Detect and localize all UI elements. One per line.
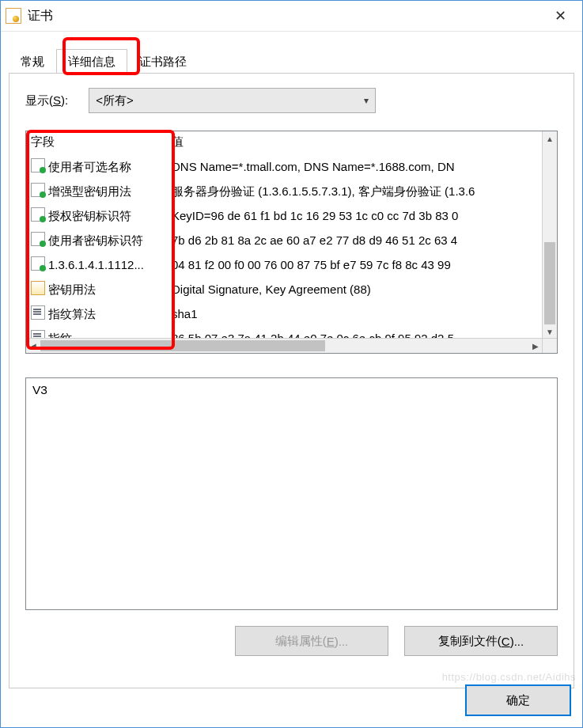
doc-icon	[31, 305, 45, 320]
field-value: sha1	[172, 303, 552, 324]
tab-cert-path[interactable]: 证书路径	[127, 49, 199, 74]
ext-icon	[31, 158, 45, 173]
fields-listview[interactable]: 字段 值 使用者可选名称DNS Name=*.tmall.com, DNS Na…	[25, 131, 558, 354]
field-name: 密钥用法	[48, 282, 96, 296]
button-row: 编辑属性(E)... 复制到文件(C)...	[25, 626, 558, 656]
chevron-down-icon: ▾	[364, 95, 369, 106]
titlebar: 证书 ✕	[1, 1, 582, 32]
vertical-scrollbar[interactable]: ▲ ▼	[542, 131, 557, 339]
tab-panel-details: 显示(S): <所有> ▾ 字段 值 使用者可选名称DNS Name=*.tma…	[9, 73, 574, 688]
window-title: 证书	[28, 8, 543, 25]
table-row[interactable]: 增强型密钥用法服务器身份验证 (1.3.6.1.5.5.7.3.1), 客户端身…	[26, 179, 557, 203]
close-button[interactable]: ✕	[543, 1, 577, 31]
table-row[interactable]: 指纹算法sha1	[26, 301, 557, 326]
field-value: KeyID=96 de 61 f1 bd 1c 16 29 53 1c c0 c…	[172, 205, 552, 226]
show-select-value: <所有>	[96, 93, 134, 108]
table-row[interactable]: 使用者密钥标识符7b d6 2b 81 8a 2c ae 60 a7 e2 77…	[26, 228, 557, 252]
dialog-footer: 确定	[465, 684, 571, 716]
ext-icon	[31, 232, 45, 246]
field-name: 使用者可选名称	[48, 160, 131, 173]
list-body: 使用者可选名称DNS Name=*.tmall.com, DNS Name=*.…	[26, 154, 557, 353]
ok-button[interactable]: 确定	[465, 684, 571, 716]
show-row: 显示(S): <所有> ▾	[25, 88, 558, 113]
table-row[interactable]: 1.3.6.1.4.1.1112...04 81 f2 00 f0 00 76 …	[26, 252, 557, 277]
edit-properties-button: 编辑属性(E)...	[235, 626, 388, 656]
tab-general[interactable]: 常规	[9, 49, 56, 74]
table-row[interactable]: 授权密钥标识符KeyID=96 de 61 f1 bd 1c 16 29 53 …	[26, 203, 557, 228]
detail-textbox[interactable]: V3	[25, 377, 558, 610]
field-value: Digital Signature, Key Agreement (88)	[172, 279, 552, 300]
ext-icon	[31, 207, 45, 222]
field-name: 指纹算法	[48, 307, 96, 320]
table-row[interactable]: 使用者可选名称DNS Name=*.tmall.com, DNS Name=*.…	[26, 154, 557, 179]
field-value: 7b d6 2b 81 8a 2c ae 60 a7 e2 77 d8 d9 4…	[172, 229, 552, 251]
hscroll-thumb[interactable]	[40, 340, 325, 351]
copy-to-file-button[interactable]: 复制到文件(C)...	[404, 626, 558, 656]
show-select[interactable]: <所有> ▾	[89, 88, 376, 113]
watermark: https://blog.csdn.net/Aidihs	[442, 671, 576, 683]
ext-icon	[31, 256, 45, 271]
detail-value: V3	[32, 383, 47, 396]
field-name: 增强型密钥用法	[48, 184, 131, 198]
col-header-value[interactable]: 值	[172, 135, 552, 150]
certificate-dialog: 证书 ✕ 常规 详细信息 证书路径 显示(S): <所有> ▾ 字段 值 使用者…	[0, 0, 583, 728]
field-name: 使用者密钥标识符	[48, 233, 143, 247]
scroll-corner	[542, 338, 557, 353]
ext-icon	[31, 183, 45, 197]
tabstrip: 常规 详细信息 证书路径	[1, 32, 582, 73]
horizontal-scrollbar[interactable]: ◀ ▶	[26, 338, 557, 353]
field-name: 1.3.6.1.4.1.1112...	[48, 258, 144, 271]
field-value: 服务器身份验证 (1.3.6.1.5.5.7.3.1), 客户端身份验证 (1.…	[172, 180, 552, 202]
list-header: 字段 值	[26, 131, 557, 154]
scroll-right-icon[interactable]: ▶	[528, 339, 543, 353]
field-value: DNS Name=*.tmall.com, DNS Name=*.1688.co…	[172, 156, 552, 177]
scroll-up-icon[interactable]: ▲	[543, 131, 557, 146]
key-icon	[31, 281, 45, 295]
field-name: 授权密钥标识符	[48, 209, 131, 222]
col-header-field[interactable]: 字段	[31, 135, 172, 150]
field-value: 04 81 f2 00 f0 00 76 00 87 75 bf e7 59 7…	[172, 254, 552, 275]
scroll-down-icon[interactable]: ▼	[543, 324, 557, 339]
scroll-left-icon[interactable]: ◀	[26, 339, 40, 353]
certificate-icon	[6, 8, 21, 24]
show-label: 显示(S):	[25, 93, 68, 108]
scroll-thumb[interactable]	[544, 242, 555, 329]
table-row[interactable]: 密钥用法Digital Signature, Key Agreement (88…	[26, 277, 557, 301]
tab-details[interactable]: 详细信息	[56, 49, 127, 74]
